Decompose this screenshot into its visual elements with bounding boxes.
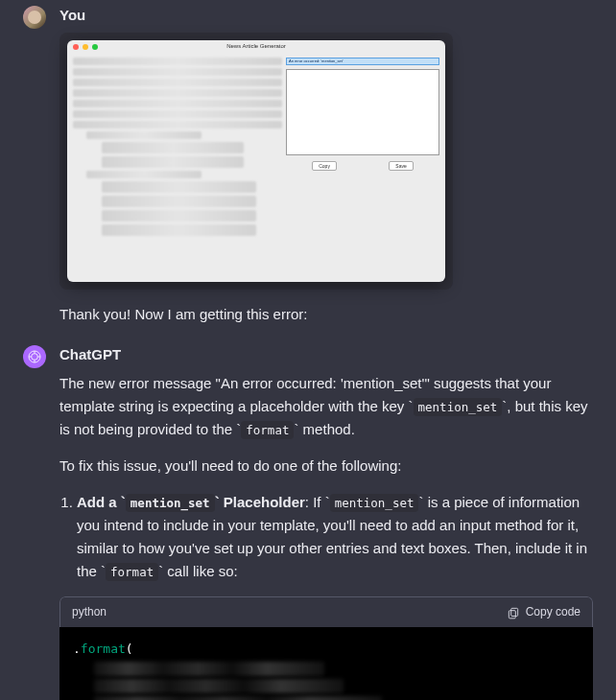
left-form-pane: [73, 58, 282, 276]
assistant-para-2: To fix this issue, you'll need to do one…: [59, 455, 593, 478]
assistant-avatar: [23, 345, 46, 368]
assistant-message: ChatGPT The new error message "An error …: [0, 339, 616, 700]
copy-code-button[interactable]: Copy code: [507, 603, 580, 621]
chatgpt-logo-icon: [27, 349, 42, 364]
save-mini-button: Save: [389, 161, 413, 171]
attached-screenshot[interactable]: News Article Generator An error occurred…: [59, 33, 453, 290]
svg-rect-2: [510, 608, 517, 616]
inline-code: format: [241, 421, 294, 439]
user-message: You News Article Generator: [0, 0, 616, 339]
code-block: python Copy code .format(: [59, 596, 593, 700]
svg-rect-3: [509, 610, 515, 618]
output-textbox: [286, 69, 439, 155]
code-lang-label: python: [72, 603, 107, 621]
code-body: .format(: [59, 627, 593, 700]
user-sender-label: You: [59, 4, 593, 27]
user-avatar: [23, 6, 46, 29]
assistant-para-1: The new error message "An error occurred…: [59, 372, 593, 441]
code-header: python Copy code: [59, 596, 593, 627]
inline-code: mention_set: [330, 494, 419, 512]
copy-mini-button: Copy: [312, 161, 337, 171]
error-strip: An error occurred: 'mention_set': [286, 58, 439, 65]
clipboard-icon: [507, 606, 520, 619]
svg-point-0: [32, 354, 38, 361]
titlebar: News Article Generator: [67, 40, 445, 54]
fix-list-item-1: Add a `mention_set` Placeholder: If `men…: [77, 491, 593, 583]
right-output-pane: An error occurred: 'mention_set' Copy Sa…: [286, 58, 439, 276]
inline-code: format: [106, 563, 158, 581]
inline-code: mention_set: [414, 398, 503, 416]
window-title: News Article Generator: [67, 42, 445, 52]
fix-list: Add a `mention_set` Placeholder: If `men…: [59, 491, 593, 583]
user-text: Thank you! Now I am getting this error:: [59, 303, 593, 326]
inline-code: mention_set: [126, 494, 215, 512]
assistant-sender-label: ChatGPT: [59, 343, 593, 366]
redacted-code: [73, 662, 580, 700]
mac-window: News Article Generator An error occurred…: [67, 40, 445, 282]
